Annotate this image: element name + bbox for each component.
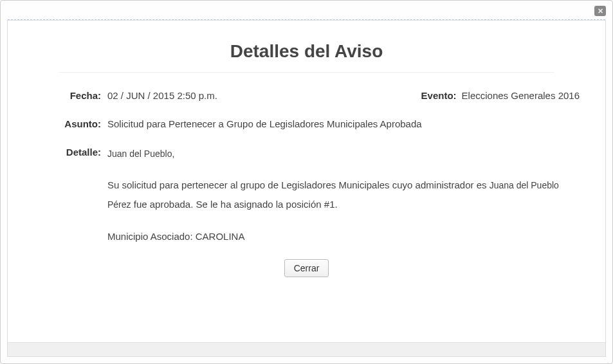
- detail-suffix: fue aprobada. Se le ha asignado la posic…: [131, 199, 338, 210]
- row-fecha-evento: Fecha: 02 / JUN / 2015 2:50 p.m. Evento:…: [33, 88, 580, 104]
- detail-main: Su solicitud para pertenecer al grupo de…: [107, 176, 580, 214]
- detail-greeting: Juan del Pueblo,: [107, 145, 580, 163]
- dialog-close-icon-button[interactable]: ✕: [594, 6, 606, 16]
- group-evento: Evento: Elecciones Generales 2016: [421, 88, 580, 104]
- detail-municipio: Municipio Asociado: CAROLINA: [107, 227, 580, 246]
- value-detalle: Juan del Pueblo, Su solicitud para perte…: [107, 145, 580, 246]
- value-fecha: 02 / JUN / 2015 2:50 p.m.: [107, 88, 318, 104]
- decorative-top-dash: [8, 19, 605, 21]
- row-asunto: Asunto: Solicitud para Pertenecer a Grup…: [33, 116, 580, 132]
- divider: [59, 72, 554, 73]
- notice-details-dialog: ✕ Detalles del Aviso Fecha: 02 / JUN / 2…: [0, 0, 613, 364]
- label-fecha: Fecha:: [33, 88, 107, 104]
- close-button[interactable]: Cerrar: [284, 259, 329, 277]
- label-evento: Evento:: [421, 88, 462, 104]
- value-evento: Elecciones Generales 2016: [462, 88, 580, 104]
- footer-bar: [8, 342, 605, 356]
- label-detalle: Detalle:: [33, 145, 107, 160]
- dialog-content: Detalles del Aviso Fecha: 02 / JUN / 201…: [7, 20, 606, 357]
- button-row: Cerrar: [33, 259, 580, 277]
- label-asunto: Asunto:: [33, 116, 107, 132]
- value-asunto: Solicitud para Pertenecer a Grupo de Leg…: [107, 116, 580, 132]
- page-title: Detalles del Aviso: [33, 41, 580, 62]
- row-detalle: Detalle: Juan del Pueblo, Su solicitud p…: [33, 145, 580, 246]
- close-icon: ✕: [598, 8, 603, 15]
- detail-prefix: Su solicitud para pertenecer al grupo de…: [107, 179, 489, 190]
